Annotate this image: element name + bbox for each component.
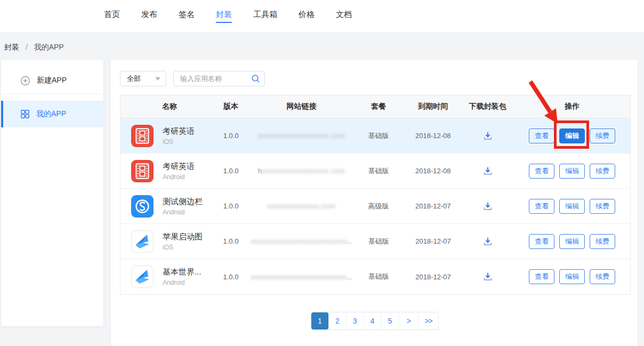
app-version: 1.0.0 bbox=[211, 167, 251, 175]
plan-badge: 基础版 bbox=[352, 131, 405, 141]
nav-tab-5[interactable]: 价格 bbox=[299, 10, 315, 23]
expire-date: 2018-12-07 bbox=[405, 202, 461, 210]
download-package-button[interactable] bbox=[482, 165, 494, 177]
app-version: 1.0.0 bbox=[211, 202, 251, 210]
nav-menu: 首页发布签名封装工具箱价格文档 bbox=[104, 10, 352, 23]
view-button[interactable]: 查看 bbox=[529, 164, 554, 179]
app-version: 1.0.0 bbox=[211, 237, 251, 245]
download-package-button[interactable] bbox=[482, 236, 494, 247]
table-header-row: 名称版本网站链接套餐到期时间下载封装包操作 bbox=[120, 95, 630, 118]
sidebar-item-new-app[interactable]: 新建APP bbox=[1, 67, 103, 94]
url-blurred-text: xxxxxxxxxxxxxxxxxx.com bbox=[262, 167, 345, 175]
url-visible-prefix: h bbox=[258, 167, 262, 175]
app-name-cell: 测试侧边栏Android bbox=[120, 195, 211, 218]
app-icon bbox=[131, 230, 154, 253]
app-name-cell: 苹果启动图iOS bbox=[120, 230, 211, 253]
nav-tab-1[interactable]: 发布 bbox=[141, 10, 157, 23]
app-version: 1.0.0 bbox=[211, 132, 251, 140]
actions-cell: 查看编辑续费 bbox=[514, 234, 630, 249]
origami-bird-app-icon bbox=[132, 266, 153, 287]
download-package-button[interactable] bbox=[482, 130, 494, 142]
app-icon bbox=[131, 125, 154, 147]
last-page-button[interactable]: >> bbox=[418, 312, 438, 329]
renew-button[interactable]: 续费 bbox=[590, 199, 615, 214]
edit-button[interactable]: 编辑 bbox=[559, 234, 585, 249]
edit-button[interactable]: 编辑 bbox=[559, 269, 585, 284]
table-row: 苹果启动图iOS1.0.0xxxxxxxxxxxxxxxxxxxxxxxxxxx… bbox=[120, 224, 630, 259]
actions-cell: 查看编辑续费 bbox=[514, 164, 630, 179]
app-name: 考研英语 bbox=[163, 162, 195, 172]
url-visible-suffix: ... bbox=[347, 237, 352, 245]
nav-tab-6[interactable]: 文档 bbox=[336, 10, 352, 23]
filter-selected-value: 全部 bbox=[127, 74, 141, 84]
url-blurred-text: xxxxxxxxxxxxxxxxxxx.com bbox=[258, 132, 345, 140]
actions-cell: 查看编辑续费 bbox=[514, 199, 630, 214]
page-button-5[interactable]: 5 bbox=[381, 312, 399, 329]
search-box bbox=[173, 71, 265, 86]
view-button[interactable]: 查看 bbox=[529, 199, 554, 214]
download-icon bbox=[482, 271, 494, 283]
download-icon bbox=[482, 200, 494, 212]
nav-tab-3[interactable]: 封装 bbox=[216, 10, 232, 23]
app-name-cell: 考研英语Android bbox=[120, 160, 211, 182]
caret-down-icon bbox=[155, 77, 160, 81]
table-row: 考研英语iOS1.0.0xxxxxxxxxxxxxxxxxxx.com基础版20… bbox=[120, 118, 630, 154]
column-header-2: 网站链接 bbox=[251, 102, 352, 111]
screen: 首页发布签名封装工具箱价格文档 封装 / 我的APP 新建APP 我的APP 全… bbox=[0, 0, 644, 346]
plan-badge: 基础版 bbox=[352, 272, 405, 281]
view-button[interactable]: 查看 bbox=[529, 269, 554, 284]
edit-button[interactable]: 编辑 bbox=[559, 199, 585, 214]
nav-tab-4[interactable]: 工具箱 bbox=[253, 10, 277, 23]
s-logo-app-icon bbox=[131, 195, 154, 218]
view-button[interactable]: 查看 bbox=[529, 128, 554, 143]
table-body: 考研英语iOS1.0.0xxxxxxxxxxxxxxxxxxx.com基础版20… bbox=[120, 118, 630, 294]
renew-button[interactable]: 续费 bbox=[590, 234, 615, 249]
toolbar: 全部 bbox=[120, 71, 638, 86]
main-panel: 全部 名称版本网站链接套餐到期时间下载封装包操作 考研英语iOS1.0 bbox=[111, 60, 638, 346]
download-package-button[interactable] bbox=[482, 271, 494, 283]
download-package-button[interactable] bbox=[482, 200, 494, 212]
page-button-4[interactable]: 4 bbox=[364, 312, 382, 329]
app-platform: iOS bbox=[163, 138, 195, 146]
table-row: 测试侧边栏Android1.0.0xxxxxxxxxxxxxx.com高级版20… bbox=[120, 189, 630, 224]
nav-tab-2[interactable]: 签名 bbox=[179, 10, 195, 23]
sidebar: 新建APP 我的APP bbox=[1, 60, 103, 326]
app-name-cell: 基本世界...Android bbox=[120, 265, 211, 288]
filter-select[interactable]: 全部 bbox=[120, 71, 166, 86]
renew-button[interactable]: 续费 bbox=[590, 269, 615, 284]
app-name: 苹果启动图 bbox=[163, 232, 203, 242]
edit-button[interactable]: 编辑 bbox=[559, 164, 585, 179]
page-button-3[interactable]: 3 bbox=[347, 312, 364, 329]
breadcrumb-section[interactable]: 封装 bbox=[4, 43, 19, 51]
app-name: 测试侧边栏 bbox=[163, 197, 203, 207]
download-icon bbox=[482, 236, 494, 247]
actions-cell: 查看编辑续费 bbox=[514, 269, 630, 284]
sidebar-item-label: 我的APP bbox=[36, 109, 66, 119]
column-header-1: 版本 bbox=[211, 102, 251, 111]
breadcrumb-separator: / bbox=[26, 43, 28, 51]
download-icon bbox=[482, 165, 494, 177]
app-version: 1.0.0 bbox=[211, 273, 251, 281]
page-button-1[interactable]: 1 bbox=[311, 312, 329, 329]
next-page-button[interactable]: > bbox=[399, 312, 418, 329]
plan-badge: 高级版 bbox=[352, 202, 405, 211]
page-button-2[interactable]: 2 bbox=[329, 312, 347, 329]
expire-date: 2018-12-07 bbox=[405, 273, 461, 281]
plus-circle-icon bbox=[20, 76, 30, 86]
renew-button[interactable]: 续费 bbox=[590, 164, 615, 179]
renew-button[interactable]: 续费 bbox=[590, 128, 615, 143]
column-header-6: 操作 bbox=[514, 102, 630, 111]
plan-badge: 基础版 bbox=[352, 237, 405, 246]
table-row: 考研英语Android1.0.0hxxxxxxxxxxxxxxxxxx.com基… bbox=[120, 154, 630, 189]
sidebar-item-my-app[interactable]: 我的APP bbox=[1, 101, 103, 127]
download-icon bbox=[482, 130, 494, 142]
app-url: xxxxxxxxxxxxxxxxxxxxxxxxxxxx_x... bbox=[251, 273, 352, 281]
app-platform: Android bbox=[163, 173, 195, 181]
app-url: xxxxxxxxxxxxxxxxxxxxxxxxxxxx_x... bbox=[251, 237, 352, 245]
search-icon[interactable] bbox=[251, 74, 261, 86]
view-button[interactable]: 查看 bbox=[529, 234, 554, 249]
breadcrumb: 封装 / 我的APP bbox=[4, 43, 64, 52]
nav-tab-0[interactable]: 首页 bbox=[104, 10, 120, 23]
edit-button[interactable]: 编辑 bbox=[559, 128, 585, 143]
app-platform: Android bbox=[163, 208, 203, 216]
